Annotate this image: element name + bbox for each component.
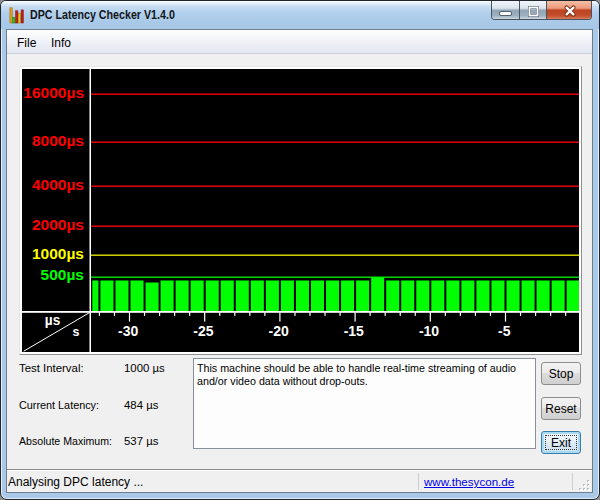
svg-text:2000µs: 2000µs <box>32 216 84 233</box>
svg-text:4000µs: 4000µs <box>32 176 84 193</box>
svg-text:500µs: 500µs <box>41 266 84 283</box>
svg-text:-25: -25 <box>193 323 213 339</box>
svg-text:-5: -5 <box>498 323 511 339</box>
svg-text:-15: -15 <box>344 323 364 339</box>
svg-text:s: s <box>73 325 80 339</box>
svg-text:µs: µs <box>45 311 61 328</box>
svg-text:-30: -30 <box>118 323 138 339</box>
svg-text:8000µs: 8000µs <box>32 132 84 149</box>
svg-text:1000µs: 1000µs <box>32 245 84 262</box>
svg-text:-20: -20 <box>268 323 288 339</box>
svg-text:16000µs: 16000µs <box>23 84 84 101</box>
svg-text:-10: -10 <box>419 323 439 339</box>
